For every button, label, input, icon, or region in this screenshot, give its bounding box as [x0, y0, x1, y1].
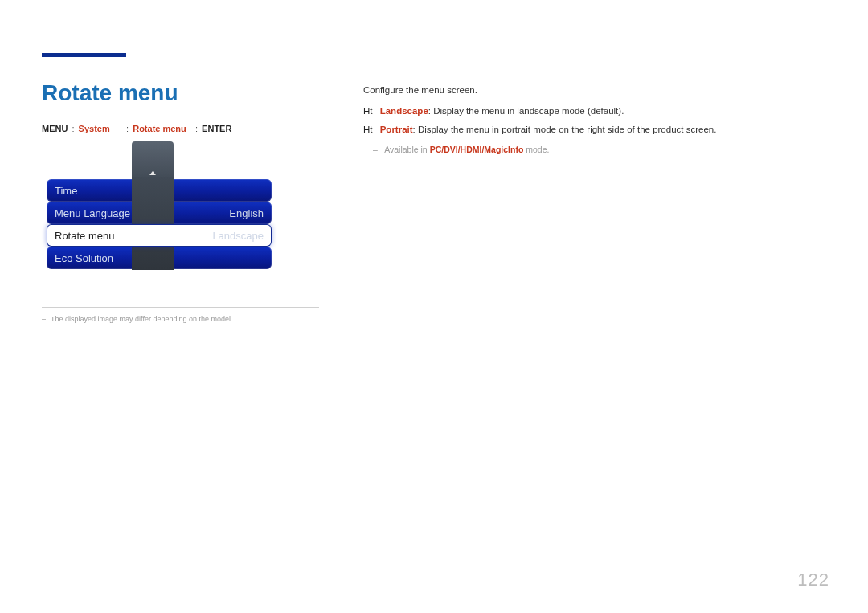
header-accent — [42, 53, 126, 57]
breadcrumb-rotate: Rotate menu — [133, 124, 186, 133]
osd-row-label: Menu Language — [55, 207, 130, 219]
osd-row-label: Rotate menu — [55, 230, 114, 242]
left-column-divider — [42, 307, 319, 308]
header-divider — [42, 55, 829, 55]
breadcrumb-sep: : — [72, 124, 74, 133]
item-term: Portrait — [380, 125, 413, 134]
breadcrumb-enter: ENTER — [202, 124, 231, 133]
osd-row-time: Time — [47, 179, 272, 202]
breadcrumb-sep: : — [195, 124, 198, 133]
osd-row-eco-solution: Eco Solution — [47, 247, 272, 269]
osd-row-menu-language: Menu Language English — [47, 202, 272, 224]
item-prefix: Ht — [363, 125, 373, 134]
osd-row-label: Time — [55, 185, 77, 197]
item-text: : Display the menu in portrait mode on t… — [413, 125, 717, 134]
image-disclaimer-footnote: The displayed image may differ depending… — [42, 315, 233, 323]
description-item-landscape: Ht Landscape: Display the menu in landsc… — [363, 104, 829, 120]
item-prefix: Ht — [363, 106, 373, 116]
description-intro: Configure the menu screen. — [363, 83, 829, 99]
breadcrumb: MENU : System : Rotate menu : ENTER — [42, 124, 231, 133]
description-item-portrait: Ht Portrait: Display the menu in portrai… — [363, 122, 829, 138]
osd-list: Time Menu Language English Rotate menu L… — [47, 179, 272, 269]
description-column: Configure the menu screen. Ht Landscape:… — [363, 83, 829, 157]
breadcrumb-menu: MENU — [42, 124, 68, 133]
item-term: Landscape — [380, 106, 428, 116]
subnote-prefix: Available in — [384, 145, 429, 154]
osd-scroll-up-tab — [132, 141, 174, 180]
breadcrumb-system: System — [79, 124, 110, 133]
page-title: Rotate menu — [42, 80, 178, 106]
item-text: : Display the menu in landscape mode (de… — [428, 106, 624, 116]
osd-row-rotate-menu: Rotate menu Landscape — [47, 224, 272, 247]
subnote-highlight: PC/DVI/HDMI/MagicInfo — [430, 145, 524, 154]
subnote-suffix: mode. — [523, 145, 549, 154]
osd-menu-screenshot: Time Menu Language English Rotate menu L… — [47, 141, 272, 270]
description-subnote: Available in PC/DVI/HDMI/MagicInfo mode. — [373, 143, 829, 157]
osd-row-label: Eco Solution — [55, 252, 113, 264]
osd-row-value: English — [229, 207, 264, 219]
page-number: 122 — [797, 570, 829, 591]
breadcrumb-sep: : — [126, 124, 129, 133]
osd-row-value: Landscape — [212, 230, 264, 242]
